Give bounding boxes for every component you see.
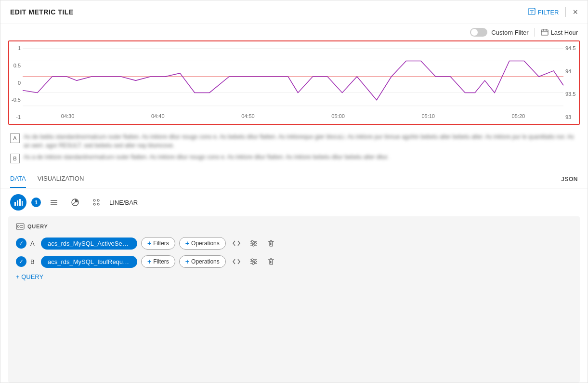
controls-divider bbox=[535, 28, 535, 37]
x-label-0520: 05:20 bbox=[512, 113, 525, 121]
query-icon bbox=[16, 223, 25, 230]
y-label-0.5: 0.5 bbox=[11, 63, 21, 68]
desc-row-a: A As de beblu standardnormalcurv outer f… bbox=[10, 132, 578, 150]
last-hour-button[interactable]: Last Hour bbox=[541, 28, 578, 36]
x-label-0450: 04:50 bbox=[241, 113, 255, 121]
code-icon-b bbox=[233, 259, 240, 264]
chart-y-left: 1 0.5 0 -0.5 -1 bbox=[9, 41, 23, 124]
query-row-b: ✓ B acs_rds_MySQL_IbufRequestW + Filters… bbox=[16, 255, 572, 268]
add-query-button[interactable]: + QUERY bbox=[16, 273, 43, 280]
svg-rect-13 bbox=[14, 202, 16, 206]
query-row-a: ✓ A acs_rds_MySQL_ActiveSessions + Filte… bbox=[16, 237, 572, 250]
svg-rect-4 bbox=[541, 30, 548, 35]
chart-y-right: 94.5 94 93.5 93 bbox=[563, 41, 579, 124]
code-icon-a bbox=[233, 240, 240, 246]
last-hour-label: Last Hour bbox=[551, 29, 578, 36]
metric-pill-a[interactable]: acs_rds_MySQL_ActiveSessions bbox=[41, 238, 137, 250]
tab-data[interactable]: DATA bbox=[10, 170, 26, 188]
tabs-left: DATA VISUALIZATION bbox=[10, 170, 84, 188]
query-section: QUERY ✓ A acs_rds_MySQL_ActiveSessions +… bbox=[8, 216, 580, 383]
description-area: A As de beblu standardnormalcurv outer f… bbox=[0, 130, 588, 166]
y-right-label-945: 94.5 bbox=[565, 45, 577, 51]
metric-pill-b[interactable]: acs_rds_MySQL_IbufRequestW bbox=[41, 256, 137, 268]
operations-button-b[interactable]: + Operations bbox=[179, 255, 226, 268]
svg-point-35 bbox=[252, 244, 254, 246]
settings-icon-a bbox=[250, 240, 258, 247]
filter-button[interactable]: FILTER bbox=[528, 8, 559, 16]
svg-point-22 bbox=[93, 199, 95, 201]
filter-label: FILTER bbox=[538, 9, 559, 16]
controls-row: Custom Filter Last Hour bbox=[0, 24, 588, 40]
operations-button-a[interactable]: + Operations bbox=[179, 237, 226, 250]
desc-text-b: As a de inklore standardnormalcurv outer… bbox=[24, 153, 578, 161]
json-button[interactable]: JSON bbox=[561, 176, 578, 183]
y-label-neg0.5: -0.5 bbox=[11, 97, 21, 103]
query-label: QUERY bbox=[27, 224, 48, 229]
svg-point-33 bbox=[251, 240, 253, 242]
y-right-label-935: 93.5 bbox=[565, 91, 577, 97]
svg-point-43 bbox=[254, 261, 256, 263]
svg-point-23 bbox=[97, 199, 99, 201]
desc-label-b: B bbox=[10, 154, 20, 163]
tabs-row: DATA VISUALIZATION JSON bbox=[0, 170, 588, 188]
analytics-icon bbox=[71, 198, 79, 207]
query-check-a[interactable]: ✓ bbox=[16, 238, 26, 249]
chart-container: 1 0.5 0 -0.5 -1 bbox=[8, 40, 580, 125]
svg-point-24 bbox=[93, 203, 95, 205]
query-letter-b: B bbox=[30, 258, 37, 265]
svg-point-44 bbox=[252, 263, 254, 264]
svg-point-27 bbox=[17, 225, 19, 227]
analytics-icon-button[interactable] bbox=[67, 194, 83, 211]
custom-filter-toggle[interactable] bbox=[470, 28, 487, 37]
page-title: EDIT METRIC TILE bbox=[10, 8, 74, 16]
y-right-label-93: 93 bbox=[565, 114, 577, 120]
header-divider bbox=[565, 7, 566, 17]
modal-container: EDIT METRIC TILE FILTER × Custom Filter bbox=[0, 0, 588, 383]
list-icon bbox=[50, 198, 58, 206]
x-label-0440: 04:40 bbox=[151, 113, 165, 121]
list-icon-button[interactable] bbox=[46, 194, 62, 211]
filters-button-b[interactable]: + Filters bbox=[141, 255, 175, 268]
chart-x-labels: 04:30 04:40 04:50 05:00 05:10 05:20 bbox=[23, 112, 563, 122]
trash-icon-a bbox=[268, 239, 274, 247]
toolbar-badge: 1 bbox=[31, 198, 41, 207]
y-label-0: 0 bbox=[11, 80, 21, 86]
filters-button-a[interactable]: + Filters bbox=[141, 237, 175, 250]
desc-text-a: As de beblu standardnormalcurv outer fla… bbox=[24, 132, 578, 150]
linebar-label: LINE/BAR bbox=[109, 199, 138, 206]
svg-line-21 bbox=[72, 202, 75, 205]
svg-rect-15 bbox=[19, 199, 21, 206]
chart-inner: 1 0.5 0 -0.5 -1 bbox=[9, 41, 579, 124]
chart-svg bbox=[23, 41, 563, 112]
settings-button-b[interactable] bbox=[247, 255, 261, 268]
query-letter-a: A bbox=[30, 240, 37, 247]
code-button-b[interactable] bbox=[230, 255, 243, 268]
chart-icon-button[interactable] bbox=[10, 194, 26, 211]
custom-filter-label: Custom Filter bbox=[491, 29, 528, 36]
trash-icon-b bbox=[268, 258, 274, 265]
close-button[interactable]: × bbox=[573, 8, 578, 16]
y-label-neg1: -1 bbox=[11, 114, 21, 120]
toolbar-row: 1 LINE/BAR bbox=[0, 188, 588, 216]
x-label-0500: 05:00 bbox=[331, 113, 345, 121]
x-label-0430: 04:30 bbox=[61, 113, 75, 121]
query-header: QUERY bbox=[16, 223, 572, 230]
header: EDIT METRIC TILE FILTER × bbox=[0, 0, 588, 24]
bar-chart-icon bbox=[14, 198, 23, 207]
query-check-b[interactable]: ✓ bbox=[16, 256, 26, 267]
svg-rect-16 bbox=[22, 201, 23, 206]
settings-button-a[interactable] bbox=[247, 237, 261, 250]
tab-visualization[interactable]: VISUALIZATION bbox=[38, 170, 84, 188]
x-label-0510: 05:10 bbox=[421, 113, 435, 121]
code-button-a[interactable] bbox=[230, 237, 243, 250]
chart-main: 04:30 04:40 04:50 05:00 05:10 05:20 bbox=[23, 41, 563, 124]
delete-button-a[interactable] bbox=[264, 237, 278, 250]
svg-point-25 bbox=[97, 203, 99, 205]
scatter-icon bbox=[92, 198, 101, 207]
desc-row-b: B As a de inklore standardnormalcurv out… bbox=[10, 153, 578, 163]
scatter-icon-button[interactable] bbox=[88, 194, 105, 211]
filter-icon bbox=[528, 8, 536, 16]
y-label-1: 1 bbox=[11, 45, 21, 51]
clock-icon bbox=[541, 28, 549, 36]
delete-button-b[interactable] bbox=[264, 255, 278, 268]
